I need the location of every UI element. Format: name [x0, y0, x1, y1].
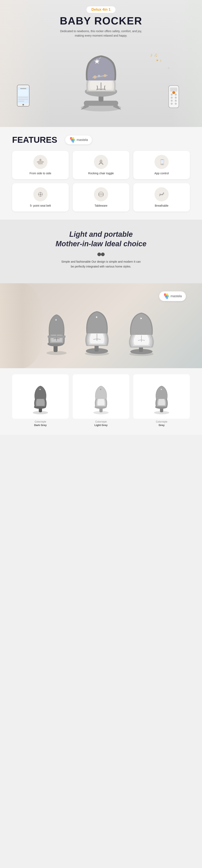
svg-rect-40	[161, 159, 163, 160]
svg-rect-34	[38, 161, 43, 164]
feature-item-tableware: Tableware	[73, 183, 129, 212]
feature-icon-seat-belt	[33, 187, 47, 202]
svg-point-2	[23, 104, 24, 105]
heart-dots-decoration	[12, 252, 190, 256]
mastela-badge-group: mastela	[159, 291, 186, 301]
color-label-name-1: Light Grey	[73, 424, 129, 427]
portable-title: Light and portable Mother-in-law Ideal c…	[12, 230, 190, 249]
svg-point-27	[171, 103, 173, 105]
svg-text:★: ★	[140, 317, 142, 320]
svg-point-52	[101, 252, 105, 256]
feature-label-side-to-side: From side to side	[30, 172, 51, 175]
svg-text:★: ★	[55, 318, 57, 321]
badge-text: Delux 4in 1	[91, 7, 110, 11]
svg-point-28	[175, 103, 177, 105]
svg-point-35	[39, 159, 41, 161]
product-group-background: mastela ★	[0, 283, 202, 368]
color-image-grey: ★	[133, 374, 190, 419]
color-image-light-grey: ★	[73, 374, 129, 419]
feature-icon-app-control	[155, 155, 169, 169]
color-image-dark-grey: ★	[12, 374, 69, 419]
music-notes-decoration: ♪ ♫	[150, 52, 158, 58]
feature-item-rocking-toggle: Rocking chair toggle	[73, 151, 129, 179]
portable-title-line1: Light and portable	[69, 230, 133, 238]
feature-label-seat-belt: 5- point seat belt	[30, 204, 51, 207]
mastela-badge: mastela	[65, 135, 92, 144]
rocker-light-grey-icon: ★	[89, 378, 113, 415]
feature-icon-rocking-toggle	[94, 155, 108, 169]
portable-section: Light and portable Mother-in-law Ideal c…	[0, 220, 202, 283]
feature-item-breathable: Breathable	[133, 183, 190, 212]
features-grid: From side to side Rocking chair toggle	[12, 151, 190, 212]
svg-rect-38	[161, 160, 164, 163]
svg-point-15	[93, 75, 97, 79]
curtain-left	[0, 283, 44, 368]
svg-rect-6	[18, 99, 28, 100]
svg-rect-7	[18, 101, 24, 102]
mastela-logo-group-icon	[163, 293, 169, 299]
color-label-style-2: Color/style	[133, 420, 190, 423]
svg-point-48	[100, 193, 102, 196]
color-section: ★ Color/style Dark Grey ★	[0, 368, 202, 435]
mastela-group-label: mastela	[170, 294, 182, 298]
mastela-brand-label: mastela	[76, 138, 88, 142]
portable-title-line2: Mother-in-law Ideal choice	[56, 240, 146, 248]
color-label-name-0: Dark Grey	[12, 424, 69, 427]
rocker-3-illustration: ★	[121, 304, 162, 356]
svg-text:★: ★	[100, 388, 102, 391]
features-title: FEATURES	[12, 135, 57, 145]
svg-rect-3	[20, 88, 26, 89]
svg-rect-62	[48, 335, 65, 338]
hero-image-area: ♪ ♫	[4, 42, 198, 119]
svg-rect-4	[18, 90, 28, 96]
feature-label-rocking-toggle: Rocking chair toggle	[88, 172, 114, 175]
portable-description: Simple and fashionable Our design is sim…	[61, 259, 141, 269]
feature-label-tableware: Tableware	[95, 204, 107, 207]
feature-icon-tableware	[94, 187, 108, 202]
rocker-grey-icon: ★	[149, 378, 174, 415]
feature-label-breathable: Breathable	[155, 204, 168, 207]
svg-text:★: ★	[160, 388, 162, 391]
color-item-grey: ★ Color/style Grey	[133, 374, 190, 427]
feature-item-app-control: App control	[133, 151, 190, 179]
svg-point-39	[162, 164, 163, 165]
features-section: FEATURES mastela	[0, 127, 202, 220]
svg-point-29	[172, 91, 175, 94]
product-badge: Delux 4in 1	[86, 6, 115, 13]
svg-rect-5	[18, 97, 28, 98]
hero-section: Delux 4in 1 BABY ROCKER Dedicated to new…	[0, 0, 202, 127]
svg-point-26	[175, 100, 177, 102]
rocker-dark-grey-icon: ★	[28, 378, 53, 415]
hero-subtitle: Dedicated to newborns, this rocker offer…	[59, 29, 143, 38]
color-grid: ★ Color/style Dark Grey ★	[12, 374, 190, 427]
note-decoration: ♫	[168, 66, 170, 69]
svg-point-24	[175, 97, 177, 99]
feature-label-app-control: App control	[155, 172, 169, 175]
color-label-style-1: Color/style	[73, 420, 129, 423]
sparkle-decoration: ✦ ♪	[156, 58, 162, 63]
svg-point-51	[97, 252, 101, 256]
features-header: FEATURES mastela	[12, 135, 190, 145]
feature-item-seat-belt: 5- point seat belt	[12, 183, 69, 212]
baby-rocker-illustration	[67, 45, 135, 116]
svg-point-22	[175, 94, 177, 96]
rocker-2-illustration: ★	[77, 304, 117, 356]
phone-illustration	[16, 85, 30, 107]
svg-text:★: ★	[95, 315, 98, 319]
svg-point-25	[171, 100, 173, 102]
mastela-logo-icon	[69, 137, 75, 143]
svg-point-17	[104, 74, 106, 77]
product-group-section: mastela ★	[0, 283, 202, 368]
rocker-1-illustration: ★	[40, 304, 73, 356]
color-item-dark-grey: ★ Color/style Dark Grey	[12, 374, 69, 427]
color-item-light-grey: ★ Color/style Light Grey	[73, 374, 129, 427]
heart-icon	[97, 252, 105, 256]
color-label-name-2: Grey	[133, 424, 190, 427]
svg-point-23	[171, 97, 173, 99]
svg-point-16	[98, 75, 100, 77]
feature-item-side-to-side: From side to side	[12, 151, 69, 179]
feature-icon-breathable	[155, 187, 169, 202]
svg-rect-46	[40, 194, 41, 195]
svg-text:★: ★	[39, 388, 41, 391]
svg-point-21	[171, 94, 173, 96]
